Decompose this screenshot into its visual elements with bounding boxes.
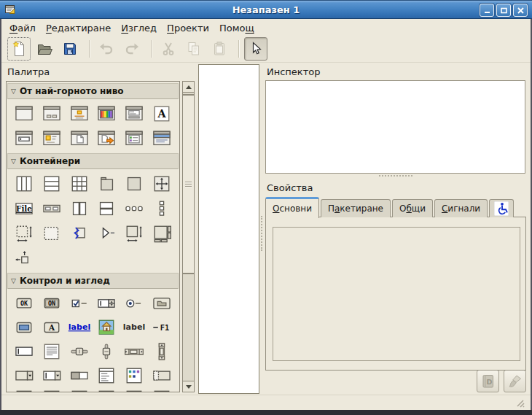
- palette-item-hbutton-box[interactable]: [121, 198, 147, 219]
- tab-общи[interactable]: Общи: [392, 199, 433, 217]
- hbutton-box-icon: [122, 199, 146, 218]
- tab-пакетиране[interactable]: Пакетиране: [321, 199, 391, 217]
- scroll-up-button[interactable]: [183, 82, 194, 93]
- palette-item-image[interactable]: [93, 317, 120, 338]
- menu-файл[interactable]: Файл: [4, 21, 41, 35]
- list-dialog-icon: [122, 129, 146, 148]
- palette-item-window[interactable]: [11, 104, 37, 124]
- palette-item-alignment[interactable]: [11, 248, 37, 268]
- palette-scrollbar[interactable]: [182, 81, 195, 392]
- tab-accessibility[interactable]: [489, 199, 514, 217]
- resize-grip[interactable]: [516, 399, 525, 408]
- palette-item-list-dialog[interactable]: [121, 128, 147, 149]
- palette-item-radio-button[interactable]: [121, 293, 147, 314]
- palette-item-clipped[interactable]: [66, 389, 93, 392]
- palette-item-combo-box[interactable]: [11, 365, 37, 386]
- palette-item-vbox[interactable]: [39, 174, 65, 194]
- palette-item-viewport[interactable]: [39, 223, 65, 244]
- palette-section-header[interactable]: ▽Контейнери: [7, 153, 179, 169]
- palette-item-label[interactable]: label: [121, 317, 147, 338]
- palette-item-table[interactable]: [66, 174, 93, 194]
- palette-item-layout[interactable]: [121, 223, 147, 244]
- palette-item-menubar[interactable]: File: [11, 198, 37, 219]
- palette-item-about-dialog[interactable]: [39, 128, 65, 149]
- palette-item-progress-bar[interactable]: [66, 365, 93, 386]
- palette-item-cell-view[interactable]: [149, 365, 175, 386]
- palette-item-hscrollbar[interactable]: [121, 341, 147, 362]
- palette-item-expander[interactable]: [93, 223, 120, 244]
- palette-item-tree-view[interactable]: [93, 365, 120, 386]
- palette-item-icon-view[interactable]: [121, 365, 147, 386]
- palette-item-link-button[interactable]: label: [66, 317, 93, 338]
- vpaned-icon: [95, 199, 118, 218]
- maximize-button[interactable]: [496, 4, 511, 17]
- palette-item-clipped[interactable]: [11, 389, 37, 392]
- palette-item-clipped[interactable]: [39, 389, 65, 392]
- tab-сигнали[interactable]: Сигнали: [434, 199, 488, 217]
- expander-icon: [95, 224, 118, 243]
- palette-item-spin-button[interactable]: [93, 293, 120, 314]
- palette-item-clipped[interactable]: [149, 389, 175, 392]
- palette-item-check-button[interactable]: [66, 293, 93, 314]
- accel-label-icon: F1: [150, 318, 173, 337]
- new-project-button[interactable]: [7, 37, 31, 61]
- palette-item-handle-box[interactable]: [66, 223, 93, 244]
- palette-item-clipped[interactable]: [93, 389, 120, 392]
- palette-item-combo-box-entry[interactable]: [39, 365, 65, 386]
- palette-item-hpaned[interactable]: [66, 198, 93, 219]
- palette-item-assistant[interactable]: [149, 128, 175, 149]
- scrollbar-thumb[interactable]: [183, 95, 194, 274]
- palette-item-event-box[interactable]: [121, 174, 147, 194]
- palette-item-toolbar-widget[interactable]: [39, 198, 65, 219]
- palette-item-entry[interactable]: [11, 341, 37, 362]
- palette-item-scrolled-window[interactable]: [11, 223, 37, 244]
- image-icon: [95, 318, 118, 337]
- palette-item-color-button[interactable]: [11, 317, 37, 338]
- dialog-page-icon: [68, 129, 91, 148]
- palette-item-vpaned[interactable]: [93, 198, 120, 219]
- scroll-down-button[interactable]: [183, 381, 194, 392]
- palette-item-text-view[interactable]: [39, 341, 65, 362]
- palette-section-header[interactable]: ▽От най-горното ниво: [7, 83, 179, 99]
- palette-item-toggle-button[interactable]: ON: [39, 293, 65, 314]
- palette-item-vscale[interactable]: [93, 341, 120, 362]
- menu-помощ[interactable]: Помощ: [214, 21, 259, 35]
- palette-item-accel-label[interactable]: F1: [149, 317, 175, 338]
- paned-handle-vertical[interactable]: [261, 216, 263, 251]
- paned-handle-horizontal[interactable]: [379, 175, 412, 177]
- palette-item-color-selection-dialog[interactable]: [93, 104, 120, 124]
- palette-item-hscale[interactable]: [66, 341, 93, 362]
- palette-item-file-chooser-button[interactable]: [149, 293, 175, 314]
- palette-item-font-button[interactable]: A: [39, 317, 65, 338]
- palette-item-message-dialog[interactable]: [66, 104, 93, 124]
- menu-редактиране[interactable]: Редактиране: [41, 21, 116, 35]
- inspector-tree[interactable]: [265, 80, 525, 174]
- save-project-button[interactable]: [58, 37, 82, 61]
- palette-item-file-selection-dialog[interactable]: [121, 104, 147, 124]
- glade-main-window: Незапазен 1 ФайлРедактиранеИзгледПроекти…: [0, 0, 532, 415]
- palette-item-dialog[interactable]: [39, 104, 65, 124]
- palette-item-clipped[interactable]: [121, 389, 147, 392]
- palette-item-button[interactable]: OK: [11, 293, 37, 314]
- palette-item-frame[interactable]: [93, 174, 120, 194]
- palette-item-vbutton-box[interactable]: [149, 198, 175, 219]
- palette-section-header[interactable]: ▽Контрол и изглед: [7, 273, 179, 289]
- palette-item-input-dialog[interactable]: [11, 128, 37, 149]
- titlebar[interactable]: Незапазен 1: [0, 0, 532, 19]
- palette-item-dialog-page[interactable]: [66, 128, 93, 149]
- palette-item-notebook[interactable]: [149, 223, 175, 244]
- palette-item-vscrollbar[interactable]: [149, 341, 175, 362]
- palette-item-file-chooser-dialog[interactable]: [93, 128, 120, 149]
- menu-изглед[interactable]: Изглед: [116, 21, 162, 35]
- tab-основни[interactable]: Основни: [265, 197, 319, 218]
- open-project-button[interactable]: [33, 37, 56, 61]
- close-button[interactable]: [513, 4, 528, 17]
- menu-проекти[interactable]: Проекти: [162, 21, 214, 35]
- palette-item-font-selection-dialog[interactable]: A: [149, 104, 175, 124]
- palette-item-fixed[interactable]: [149, 174, 175, 194]
- palette-item-hbox[interactable]: [11, 174, 37, 194]
- minimize-button[interactable]: [480, 4, 494, 17]
- minimize-icon: [483, 7, 491, 14]
- design-canvas[interactable]: [198, 64, 259, 394]
- selector-pointer-button[interactable]: [244, 37, 267, 61]
